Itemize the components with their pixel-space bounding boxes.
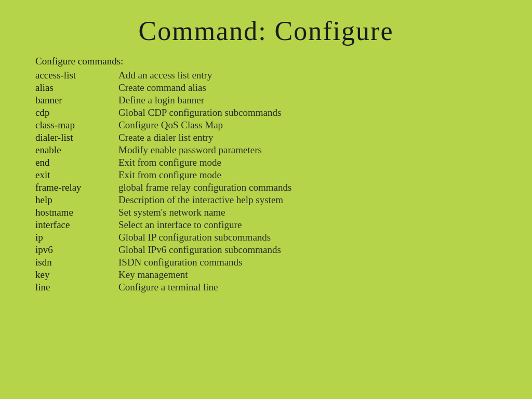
command-name: ip [35, 231, 118, 244]
command-row: dialer-listCreate a dialer list entry [35, 131, 511, 144]
command-name: isdn [35, 256, 118, 269]
command-name: ipv6 [35, 244, 118, 256]
command-description: Create command alias [118, 82, 511, 94]
command-row: class-mapConfigure QoS Class Map [35, 119, 511, 131]
command-description: Define a login banner [118, 94, 511, 107]
command-row: bannerDefine a login banner [35, 94, 511, 107]
content-area: Configure commands: access-listAdd an ac… [0, 56, 532, 294]
section-header: Configure commands: [35, 56, 511, 67]
command-name: exit [35, 169, 118, 181]
command-description: Global IP configuration subcommands [118, 231, 511, 244]
command-row: ipGlobal IP configuration subcommands [35, 231, 511, 244]
command-description: Configure a terminal line [118, 281, 511, 294]
command-description: Global IPv6 configuration subcommands [118, 244, 511, 256]
command-row: frame-relayglobal frame relay configurat… [35, 181, 511, 194]
command-description: Create a dialer list entry [118, 131, 511, 144]
command-name: interface [35, 219, 118, 231]
command-row: hostnameSet system's network name [35, 206, 511, 219]
command-description: Global CDP configuration subcommands [118, 107, 511, 119]
command-name: access-list [35, 69, 118, 82]
command-name: key [35, 269, 118, 281]
page-title: Command: Configure [0, 0, 532, 56]
command-row: ipv6Global IPv6 configuration subcommand… [35, 244, 511, 256]
command-table: access-listAdd an access list entryalias… [35, 69, 511, 294]
command-description: Description of the interactive help syst… [118, 194, 511, 206]
command-name: dialer-list [35, 131, 118, 144]
command-description: Configure QoS Class Map [118, 119, 511, 131]
command-name: banner [35, 94, 118, 107]
command-row: lineConfigure a terminal line [35, 281, 511, 294]
command-row: exitExit from configure mode [35, 169, 511, 181]
command-row: keyKey management [35, 269, 511, 281]
command-name: end [35, 156, 118, 169]
command-description: Set system's network name [118, 206, 511, 219]
command-name: alias [35, 82, 118, 94]
command-row: interfaceSelect an interface to configur… [35, 219, 511, 231]
command-name: cdp [35, 107, 118, 119]
command-row: aliasCreate command alias [35, 82, 511, 94]
command-name: line [35, 281, 118, 294]
command-name: help [35, 194, 118, 206]
command-description: Modify enable password parameters [118, 144, 511, 156]
command-name: enable [35, 144, 118, 156]
command-row: access-listAdd an access list entry [35, 69, 511, 82]
command-name: class-map [35, 119, 118, 131]
command-description: global frame relay configuration command… [118, 181, 511, 194]
command-name: hostname [35, 206, 118, 219]
command-description: ISDN configuration commands [118, 256, 511, 269]
command-row: isdnISDN configuration commands [35, 256, 511, 269]
command-row: endExit from configure mode [35, 156, 511, 169]
command-description: Exit from configure mode [118, 156, 511, 169]
command-name: frame-relay [35, 181, 118, 194]
command-row: cdpGlobal CDP configuration subcommands [35, 107, 511, 119]
command-description: Exit from configure mode [118, 169, 511, 181]
command-row: helpDescription of the interactive help … [35, 194, 511, 206]
command-description: Select an interface to configure [118, 219, 511, 231]
command-row: enableModify enable password parameters [35, 144, 511, 156]
command-description: Add an access list entry [118, 69, 511, 82]
command-description: Key management [118, 269, 511, 281]
